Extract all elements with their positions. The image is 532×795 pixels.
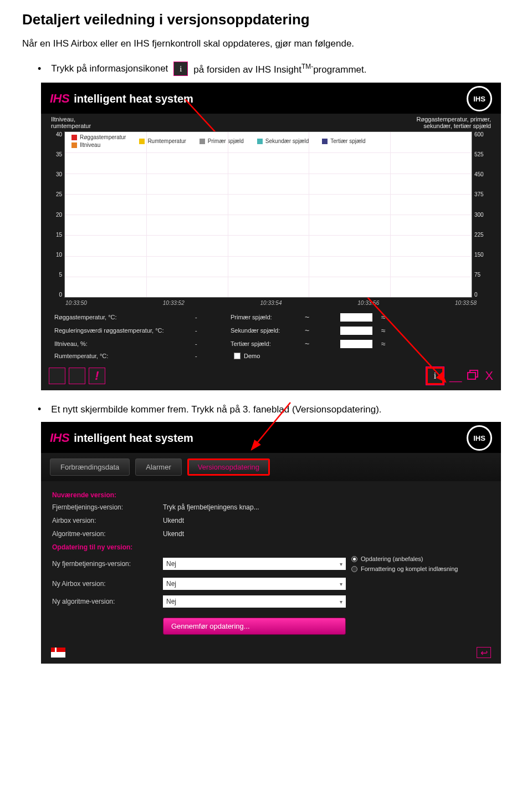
swatch-roggastemp bbox=[71, 135, 77, 140]
info-icon-inline: i bbox=[173, 62, 188, 76]
flag-dk-icon[interactable] bbox=[51, 648, 65, 658]
submit-button[interactable]: Gennemfør opdatering... bbox=[163, 618, 346, 635]
brand-ihs-2: IHS bbox=[50, 431, 69, 445]
swatch-sekundaer bbox=[257, 139, 263, 144]
slider-sekundaer[interactable] bbox=[340, 327, 372, 335]
chevron-down-icon: ▾ bbox=[340, 599, 342, 605]
wave-icon: ≈ bbox=[381, 326, 398, 335]
lbl-regval: Reguleringsværdi røggastemperatur, °C: bbox=[54, 327, 187, 334]
row-new-algoritme: Ny algoritme-version: Nej▾ bbox=[52, 595, 490, 608]
wave-icon: ~ bbox=[305, 326, 332, 335]
lbl-primaer: Primær spjæld: bbox=[231, 314, 297, 320]
bullet2-text: Et nytt skjermbilde kommer frem. Trykk n… bbox=[51, 404, 381, 415]
minimize-icon[interactable]: __ bbox=[449, 370, 462, 383]
radio-dot-selected bbox=[351, 556, 357, 562]
lbl-sekundaer: Sekundær spjæld: bbox=[231, 327, 297, 334]
brand-subtitle-2: intelligent heat system bbox=[74, 432, 193, 445]
tab-alarmer[interactable]: Alarmer bbox=[135, 458, 182, 476]
swatch-rumtemp bbox=[139, 139, 145, 144]
app-header: IHS intelligent heat system IHS bbox=[41, 83, 501, 114]
app-insight-main: IHS intelligent heat system IHS Iltnivea… bbox=[41, 83, 501, 390]
wave-icon: ~ bbox=[305, 339, 332, 348]
chart-area: Iltniveau, rumtemperatur Røggastemperatu… bbox=[41, 114, 501, 306]
chevron-down-icon: ▾ bbox=[340, 581, 342, 587]
row-airbox-version: Airbox version: Ukendt bbox=[52, 517, 490, 524]
radio-dot bbox=[351, 566, 357, 572]
back-icon[interactable]: ↩ bbox=[477, 647, 491, 658]
val-rumtemp: - bbox=[195, 353, 223, 359]
y-axis-left: 40 35 30 25 20 15 10 5 0 bbox=[51, 131, 64, 298]
logo-icon: IHS bbox=[467, 86, 492, 111]
lbl-roggastemp: Røggastemperatur, °C: bbox=[54, 314, 187, 320]
row-submit: Gennemfør opdatering... bbox=[52, 613, 490, 635]
y-axis-right: 600 525 450 375 300 225 150 75 0 bbox=[472, 131, 491, 298]
lbl-iltniveau: Iltniveau, %: bbox=[54, 340, 187, 347]
app-header-2: IHS intelligent heat system IHS bbox=[41, 422, 501, 453]
svg-rect-2 bbox=[468, 373, 475, 379]
bottom-bar: ! i __ X bbox=[41, 364, 501, 390]
bullet-1: Trykk på informasjonsikonet i på forside… bbox=[38, 62, 510, 76]
select-new-fjern[interactable]: Nej▾ bbox=[163, 558, 346, 570]
val-iltniveau: - bbox=[195, 340, 223, 347]
brand-2: IHS intelligent heat system bbox=[50, 431, 193, 445]
wave-icon: ≈ bbox=[381, 339, 398, 348]
wave-icon: ≈ bbox=[381, 313, 398, 322]
page-title: Detaljert veiledning i versjonsoppdateri… bbox=[22, 11, 510, 28]
select-new-algoritme[interactable]: Nej▾ bbox=[163, 595, 346, 608]
tab-versionsopdatering[interactable]: Versionsopdatering bbox=[187, 458, 270, 476]
x-axis: 10:33:50 10:33:52 10:33:54 10:33:56 10:3… bbox=[51, 298, 491, 306]
select-new-airbox[interactable]: Nej▾ bbox=[163, 578, 346, 590]
demo-row: Demo bbox=[231, 353, 398, 359]
wave-icon: ~ bbox=[305, 313, 332, 322]
section-current: Nuværende version: Fjernbetjenings-versi… bbox=[41, 481, 501, 645]
bullet-2: Et nytt skjermbilde kommer frem. Trykk n… bbox=[38, 404, 510, 415]
row-algoritme-version: Algoritme-version: Ukendt bbox=[52, 530, 490, 538]
radio-opdatering[interactable]: Opdatering (anbefales) bbox=[351, 556, 490, 562]
close-icon[interactable]: X bbox=[485, 369, 493, 383]
bullet1-after: på forsiden av IHS InsightTM-programmet. bbox=[193, 63, 366, 75]
alert-button[interactable]: ! bbox=[89, 368, 105, 384]
axis-right-title: Røggastemperatur, primær, sekundær, tert… bbox=[417, 116, 492, 129]
empty-button-2[interactable] bbox=[69, 368, 85, 384]
swatch-tertiaer bbox=[322, 139, 328, 144]
slider-tertiaer[interactable] bbox=[340, 340, 372, 348]
bullet1-tm: TM- bbox=[301, 63, 313, 70]
bullet1-after-a: på forsiden av IHS Insight bbox=[193, 64, 301, 74]
demo-checkbox[interactable] bbox=[234, 353, 241, 359]
logo-icon-2: IHS bbox=[467, 425, 492, 451]
chevron-down-icon: ▾ bbox=[340, 561, 342, 567]
brand-subtitle: intelligent heat system bbox=[74, 93, 193, 105]
slider-primaer[interactable] bbox=[340, 313, 372, 322]
app-insight-settings: IHS intelligent heat system IHS Forbrænd… bbox=[41, 422, 501, 664]
bullet1-after-b: programmet. bbox=[313, 64, 366, 74]
bullet1-before: Trykk på informasjonsikonet bbox=[51, 63, 168, 74]
radio-formattering[interactable]: Formattering og komplet indlæsning bbox=[351, 565, 490, 572]
lbl-tertiaer: Tertiær spjæld: bbox=[231, 340, 297, 347]
swatch-primaer bbox=[200, 139, 205, 144]
brand-ihs: IHS bbox=[50, 91, 69, 106]
chart-legend: Røggastemperatur Iltniveau Rumtemperatur… bbox=[71, 134, 465, 148]
brand: IHS intelligent heat system bbox=[50, 91, 193, 106]
intro-text: Når en IHS Airbox eller en IHS fjernkont… bbox=[22, 38, 510, 49]
demo-label: Demo bbox=[244, 353, 260, 359]
row-new-fjern: Ny fjernbetjenings-version: Nej▾ Opdater… bbox=[52, 556, 490, 572]
tabs: Forbrændingsdata Alarmer Versionsopdater… bbox=[41, 453, 501, 481]
empty-button-1[interactable] bbox=[49, 368, 65, 384]
exclamation-icon: ! bbox=[95, 369, 99, 383]
val-roggastemp: - bbox=[195, 314, 223, 320]
lbl-rumtemp: Rumtemperatur, °C: bbox=[54, 353, 187, 359]
swatch-iltniveau bbox=[71, 142, 77, 148]
update-mode-radios: Opdatering (anbefales) Formattering og k… bbox=[351, 556, 490, 572]
chart-plot: Røggastemperatur Iltniveau Rumtemperatur… bbox=[64, 131, 472, 298]
footer-row: ↩ bbox=[41, 645, 501, 658]
axis-left-title: Iltniveau, rumtemperatur bbox=[51, 116, 91, 129]
maximize-icon[interactable] bbox=[467, 369, 479, 383]
row-new-airbox: Ny Airbox version: Nej▾ bbox=[52, 578, 490, 590]
status-grid: Røggastemperatur, °C: - Primær spjæld: ~… bbox=[41, 306, 501, 364]
section-title-update: Opdatering til ny version: bbox=[52, 543, 490, 551]
info-button[interactable]: i bbox=[426, 367, 444, 385]
section-title-current: Nuværende version: bbox=[52, 491, 490, 499]
val-regval: - bbox=[195, 327, 223, 334]
row-fjern-version: Fjernbetjenings-version: Tryk på fjernbe… bbox=[52, 503, 490, 511]
tab-forbraending[interactable]: Forbrændingsdata bbox=[50, 458, 130, 476]
